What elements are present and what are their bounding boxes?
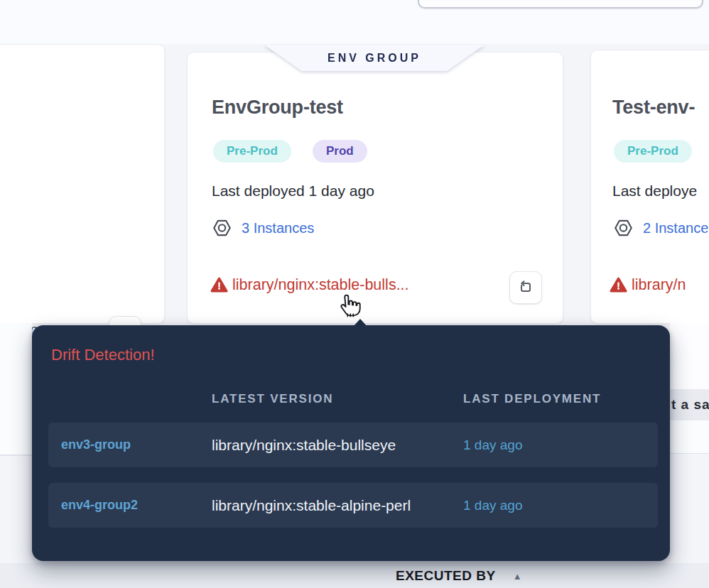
image-name-drift-link[interactable]: library/n bbox=[632, 276, 686, 294]
tooltip-title: Drift Detection! bbox=[51, 346, 155, 364]
env-card-left: go -alpine-... bbox=[0, 44, 165, 324]
last-deployment-value: 1 day ago bbox=[463, 437, 658, 453]
copy-icon bbox=[517, 279, 534, 296]
drift-image-row[interactable]: library/n bbox=[610, 276, 686, 294]
background-panel bbox=[670, 323, 709, 389]
background-panel bbox=[670, 420, 709, 454]
badge-pre-prod: Pre-Prod bbox=[614, 140, 692, 163]
column-header-latest-version: LATEST VERSION bbox=[212, 392, 333, 406]
instances-icon bbox=[212, 219, 232, 238]
executed-by-column-header[interactable]: EXECUTED BY ▲ bbox=[396, 568, 522, 584]
instances-link[interactable]: 2 Instance bbox=[643, 220, 708, 236]
column-header-last-deployment: LAST DEPLOYMENT bbox=[463, 392, 601, 406]
instances-link-row[interactable]: 3 Instances bbox=[212, 219, 314, 238]
drift-detection-tooltip: Drift Detection! LATEST VERSION LAST DEP… bbox=[32, 325, 670, 561]
warning-icon bbox=[610, 276, 627, 294]
table-header-band bbox=[0, 563, 709, 588]
card-title: EnvGroup-test bbox=[212, 97, 343, 119]
table-row: env4-group2 library/nginx:stable-alpine-… bbox=[48, 483, 658, 528]
copy-image-button[interactable] bbox=[509, 271, 542, 304]
instances-icon bbox=[614, 219, 633, 238]
last-deployed-text: Last deployed 1 day ago bbox=[212, 183, 374, 200]
background-panel bbox=[0, 323, 32, 456]
background-row-band: t a sa bbox=[670, 389, 709, 420]
env-group-ribbon-label: ENV GROUP bbox=[328, 52, 421, 65]
hand-cursor bbox=[334, 293, 361, 321]
latest-version-value: library/nginx:stable-bullseye bbox=[212, 437, 463, 454]
background-text-fragment: t a sa bbox=[670, 397, 709, 413]
executed-by-label: EXECUTED BY bbox=[396, 568, 496, 584]
image-name-drift-link[interactable]: library/nginx:stable-bulls... bbox=[232, 276, 409, 294]
table-row: env3-group library/nginx:stable-bullseye… bbox=[48, 423, 658, 467]
badge-prod: Prod bbox=[313, 140, 367, 163]
env-group-link[interactable]: env3-group bbox=[61, 437, 212, 452]
last-deployment-value: 1 day ago bbox=[463, 498, 658, 513]
sort-ascending-icon: ▲ bbox=[513, 571, 522, 582]
drift-image-row[interactable]: library/nginx:stable-bulls... bbox=[210, 276, 409, 294]
instances-link[interactable]: 3 Instances bbox=[242, 220, 314, 236]
warning-icon bbox=[210, 276, 228, 294]
env-group-link[interactable]: env4-group2 bbox=[61, 498, 212, 513]
search-input[interactable] bbox=[418, 0, 703, 9]
last-deployed-text: Last deploye bbox=[612, 183, 697, 200]
badge-pre-prod: Pre-Prod bbox=[213, 140, 291, 163]
instances-link-row[interactable]: 2 Instance bbox=[614, 219, 708, 238]
card-title: Test-env- bbox=[612, 97, 695, 119]
env-group-ribbon: ENV GROUP bbox=[264, 45, 485, 71]
latest-version-value: library/nginx:stable-alpine-perl bbox=[212, 497, 463, 514]
